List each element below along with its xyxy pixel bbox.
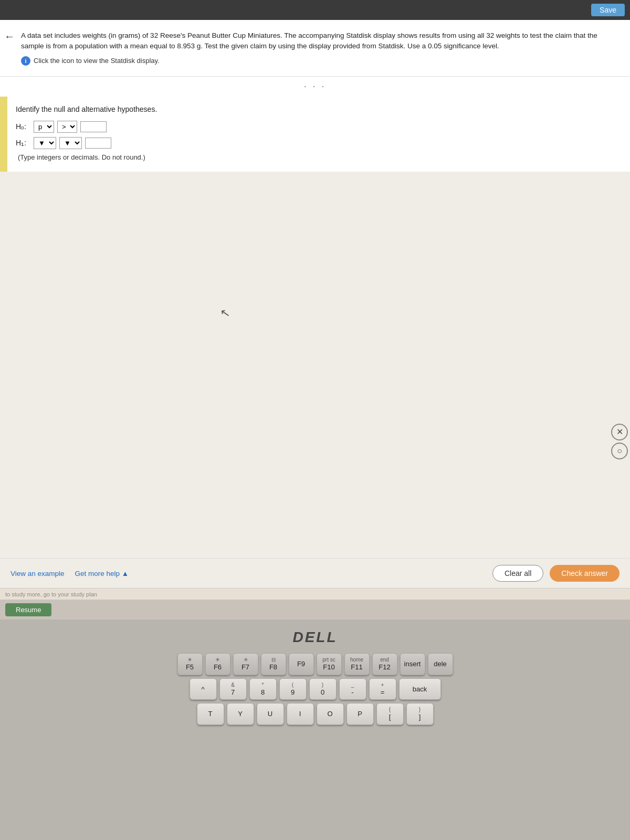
key-plus[interactable]: +=: [369, 678, 396, 700]
h1-row: H₁: ▼ p μ ▼ = < ≠: [16, 137, 620, 149]
key-f9[interactable]: F9: [289, 653, 314, 675]
h0-label: H₀:: [16, 122, 30, 131]
yellow-bar: [0, 97, 7, 172]
resume-button[interactable]: Resume: [5, 603, 51, 616]
key-f8[interactable]: ⊟F8: [261, 653, 286, 675]
dots-separator: · · ·: [0, 77, 630, 97]
type-note: (Type integers or decimals. Do not round…: [18, 153, 620, 161]
key-f11[interactable]: homeF11: [344, 653, 370, 675]
side-buttons: ✕ ○: [611, 424, 628, 459]
key-f12[interactable]: endF12: [372, 653, 397, 675]
key-f7[interactable]: ✳F7: [233, 653, 258, 675]
info-text: Click the icon to view the Statdisk disp…: [34, 57, 160, 65]
key-y[interactable]: Y: [227, 703, 254, 725]
bottom-left-links: View an example Get more help ▲: [10, 570, 129, 578]
h0-operator-dropdown[interactable]: > = < ≠: [57, 121, 77, 133]
h1-value-input[interactable]: [85, 138, 111, 149]
top-bar: Save: [0, 0, 630, 20]
get-more-help-button[interactable]: Get more help ▲: [75, 570, 129, 578]
key-minus[interactable]: _-: [339, 678, 366, 700]
key-f5[interactable]: ☀F5: [177, 653, 203, 675]
hypothesis-title: Identify the null and alternative hypoth…: [16, 105, 620, 113]
check-answer-button[interactable]: Check answer: [550, 565, 620, 582]
fn-key-row: ☀F5 ☀F6 ✳F7 ⊟F8 F9 prt scF10 homeF11 end…: [177, 653, 453, 675]
spacer-area: ✕ ○ ↖: [0, 172, 630, 559]
key-u[interactable]: U: [257, 703, 284, 725]
close-button[interactable]: ✕: [611, 424, 628, 440]
cursor-icon: ↖: [219, 306, 231, 321]
h0-row: H₀: p μ σ > = < ≠: [16, 121, 620, 133]
h1-operator-dropdown[interactable]: ▼ = < ≠: [59, 137, 82, 149]
key-8[interactable]: *8: [249, 678, 277, 700]
keyboard-area: DELL ☀F5 ☀F6 ✳F7 ⊟F8 F9 prt scF10 homeF1…: [0, 620, 630, 840]
circle-button[interactable]: ○: [611, 443, 628, 459]
key-f6[interactable]: ☀F6: [205, 653, 230, 675]
key-0[interactable]: )0: [309, 678, 337, 700]
save-button[interactable]: Save: [591, 4, 625, 16]
key-7[interactable]: &7: [219, 678, 247, 700]
view-example-button[interactable]: View an example: [10, 570, 65, 578]
tyuiop-key-row: T Y U I O P {[ }]: [197, 703, 434, 725]
resume-area: Resume: [0, 600, 630, 620]
number-key-row: ^ &7 *8 (9 )0 _- += back: [190, 678, 441, 700]
back-arrow-icon[interactable]: ←: [4, 30, 15, 43]
key-t[interactable]: T: [197, 703, 224, 725]
h1-param-dropdown[interactable]: ▼ p μ: [34, 137, 56, 149]
dell-logo: DELL: [292, 629, 337, 646]
h1-label: H₁:: [16, 139, 30, 147]
key-i[interactable]: I: [287, 703, 314, 725]
key-delete[interactable]: dele: [428, 653, 453, 675]
clear-all-button[interactable]: Clear all: [492, 565, 543, 582]
key-backspace[interactable]: back: [399, 678, 441, 700]
info-icon[interactable]: i: [21, 56, 30, 66]
h0-param-dropdown[interactable]: p μ σ: [34, 121, 54, 133]
h0-value-input[interactable]: [80, 121, 107, 132]
nav-hint: to study more, go to your study plan: [0, 588, 630, 600]
info-row: i Click the icon to view the Statdisk di…: [21, 56, 614, 66]
bottom-bar: View an example Get more help ▲ Clear al…: [0, 558, 630, 588]
keyboard: ☀F5 ☀F6 ✳F7 ⊟F8 F9 prt scF10 homeF11 end…: [0, 653, 630, 725]
key-bracket-right[interactable]: }]: [406, 703, 434, 725]
question-area: ← A data set includes weights (in grams)…: [0, 20, 630, 77]
key-f10[interactable]: prt scF10: [317, 653, 342, 675]
question-text: A data set includes weights (in grams) o…: [21, 30, 614, 52]
key-p[interactable]: P: [346, 703, 374, 725]
key-9[interactable]: (9: [279, 678, 307, 700]
key-insert[interactable]: insert: [400, 653, 425, 675]
key-bracket-left[interactable]: {[: [376, 703, 404, 725]
hypothesis-section: Identify the null and alternative hypoth…: [0, 97, 630, 172]
bottom-right-buttons: Clear all Check answer: [492, 565, 620, 582]
key-o[interactable]: O: [317, 703, 344, 725]
key-caret[interactable]: ^: [190, 678, 217, 700]
